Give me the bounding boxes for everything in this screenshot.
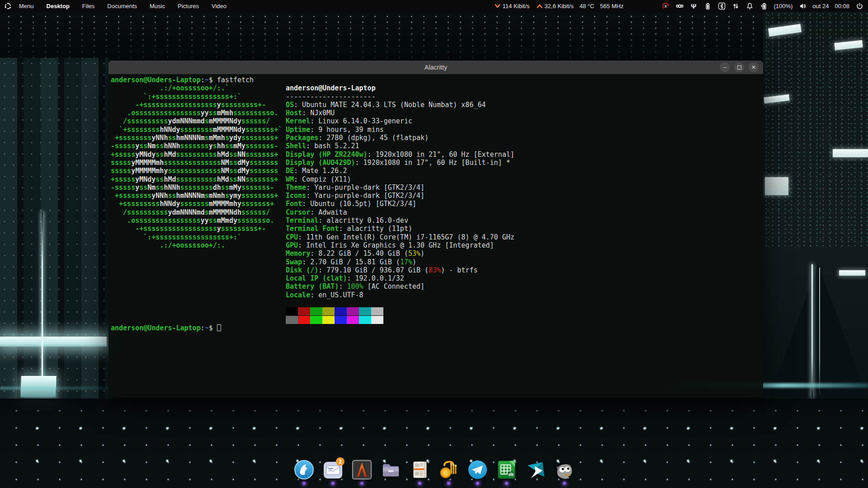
window-titlebar[interactable]: Alacritty – ✕ [108,61,763,74]
window-title: Alacritty [108,64,763,71]
svg-text:x: x [664,4,667,9]
prompt-line: anderson@Unders-Laptop:~$ fastfetch [111,76,763,84]
sync-arrows-icon[interactable] [731,2,740,10]
wallpaper-light-box [20,376,57,397]
cpu-frequency-readout[interactable]: 565 MHz [600,3,623,9]
system-info-lines: anderson@Unders-Laptop------------------… [286,84,514,299]
wallpaper-billboard [839,270,865,276]
notification-bell-icon[interactable] [745,2,754,10]
running-indicator [302,482,306,485]
clock-time[interactable]: 00:08 [835,3,849,9]
wallpaper-floor-fade [0,399,868,417]
dock-item-news[interactable] [409,459,430,485]
clock-date[interactable]: out 24 [812,3,829,9]
wallpaper-light-line [819,267,820,398]
panel-menu-documents[interactable]: Documents [102,1,142,11]
panel-menu-files[interactable]: Files [77,1,100,11]
running-indicator [447,482,450,485]
net-monitor-upload[interactable]: 32,6 Kibit/s [535,2,573,10]
dock-item-mail[interactable]: 2 [322,459,344,485]
dock-item-caja[interactable] [380,459,401,485]
maximize-button[interactable] [734,62,744,72]
running-indicator [505,482,508,485]
wallpaper-light-line [42,212,43,378]
terminal-cursor [217,324,221,331]
panel-menu-music[interactable]: Music [144,1,170,11]
volume-icon[interactable] [798,2,807,10]
wallpaper-billboard [768,24,802,37]
wallpaper-right-zone [763,12,868,399]
prompt-line-2: anderson@Unders-Laptop:~$ [111,324,763,332]
panel-menu[interactable]: Menu [14,1,39,11]
wallpaper-cyan-streak [0,387,109,389]
link-chain-icon[interactable] [675,2,684,10]
panel-menu-desktop[interactable]: Desktop [41,1,75,11]
running-indicator [563,482,566,485]
wallpaper-billboard [833,149,868,157]
dock-item-alacritty[interactable] [351,459,373,485]
news-reader-icon [409,459,430,480]
dock-item-tuba[interactable] [438,459,459,485]
wallpaper-light-line [811,264,813,398]
dock-item-telegram[interactable] [467,459,488,485]
temperature-readout[interactable]: 48 °C [580,3,594,9]
minimize-button[interactable]: – [720,62,730,72]
wallpaper-left-pillars [0,58,109,399]
ubuntu-ascii-logo: .:/+oossssoo+/:.` `:+ssssssssssssssssss+… [111,84,286,324]
maximize-glyph [737,66,741,70]
trident-icon[interactable]: Ψ [689,2,698,10]
wallpaper-ceiling-lights [0,12,868,59]
running-indicator [418,482,421,485]
running-indicator [360,482,363,485]
spreadsheet-icon [496,459,517,480]
wallpaper-billboard [765,177,788,195]
alacritty-terminal-icon [351,459,373,480]
dock-item-media-app[interactable] [524,459,546,485]
battery-charging-icon[interactable] [760,2,768,10]
top-panel: Menu Desktop Files Documents Music Pictu… [0,0,868,12]
power-icon[interactable] [855,2,863,10]
net-up-value: 32,6 Kibit/s [544,3,573,9]
wallpaper-billboard [809,317,834,323]
gimp-icon [554,459,575,480]
upload-arrow-icon [535,2,543,10]
battery-percent[interactable]: (100%) [774,3,793,9]
telegram-icon [467,459,488,480]
download-arrow-icon [494,2,502,10]
wallpaper-billboard [764,94,789,104]
terminal-content[interactable]: anderson@Unders-Laptop:~$ fastfetch .:/+… [108,74,763,398]
running-indicator [331,482,335,485]
tuba-app-icon [438,459,459,480]
librewolf-browser-icon [293,459,315,480]
media-app-icon [525,459,546,480]
wallpaper-pyramid [769,264,867,398]
wallpaper-right-noise [763,12,868,247]
battery-icon[interactable] [703,2,712,10]
close-button[interactable]: ✕ [749,62,759,72]
wallpaper-light-bar [0,337,107,347]
file-manager-icon [380,459,401,480]
dock-item-gimp[interactable] [553,459,575,485]
dock-item-gnumeric[interactable] [495,459,517,485]
running-indicator [476,482,479,485]
bluetooth-icon[interactable] [717,2,726,10]
net-down-value: 114 Kibit/s [503,3,530,9]
ubuntu-mate-menu-icon[interactable] [4,2,12,10]
dock: 2 [0,459,868,485]
dock-item-librewolf[interactable] [293,459,315,485]
wallpaper-billboard [834,40,863,50]
panel-menu-video[interactable]: Video [206,1,232,11]
panel-menu-pictures[interactable]: Pictures [172,1,204,11]
fastfetch-output: .:/+oossssoo+/:.` `:+ssssssssssssssssss+… [111,84,763,324]
alacritty-window: Alacritty – ✕ anderson@Unders-Laptop:~$ … [108,61,763,398]
wallpaper-ceiling-fade [0,12,868,61]
unread-count-badge: 2 [336,457,344,466]
net-monitor-download[interactable]: 114 Kibit/s [494,2,530,10]
screen-recorder-icon[interactable]: x [661,2,670,10]
terminal-color-palette [286,307,514,324]
system-info-column: anderson@Unders-Laptop------------------… [286,84,514,324]
